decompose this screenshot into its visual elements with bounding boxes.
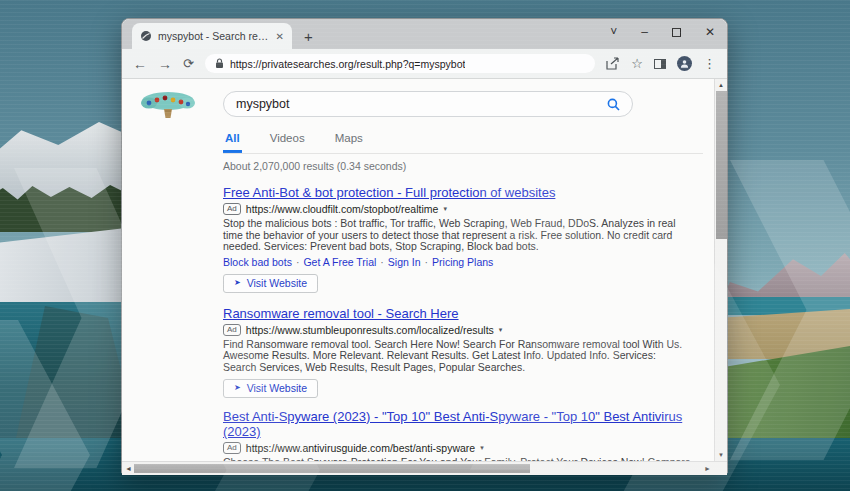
horizontal-scrollbar-thumb[interactable]: [134, 464, 530, 473]
result-description: Find Ransomware removal tool. Search Her…: [223, 339, 691, 374]
wallpaper-water-strip: [718, 297, 850, 315]
result-url: https://www.cloudfilt.com/stopbot/realti…: [246, 203, 439, 215]
tab-close-button[interactable]: ✕: [276, 31, 284, 42]
wallpaper-gold-field: [718, 309, 850, 359]
window-restore-chevron-icon[interactable]: ˅: [610, 26, 617, 38]
vertical-scrollbar-thumb[interactable]: [716, 91, 727, 239]
result-url: https://www.antivirusguide.com/best/anti…: [246, 442, 475, 454]
menu-kebab-icon[interactable]: ⋮: [703, 57, 716, 70]
lock-icon: [215, 58, 224, 69]
sitelinks: Block bad bots·Get A Free Trial·Sign In·…: [223, 256, 691, 268]
page-content: myspybot All Videos Maps About 2,070,000…: [122, 79, 727, 461]
result-title-link[interactable]: Ransomware removal tool - Search Here: [223, 306, 459, 321]
new-tab-button[interactable]: +: [304, 29, 313, 44]
sitelink-separator: ·: [380, 256, 384, 268]
results-page: myspybot All Videos Maps About 2,070,000…: [122, 79, 727, 461]
watermark-chevron: [730, 160, 850, 460]
ad-badge: Ad: [223, 324, 241, 336]
ad-badge: Ad: [223, 203, 241, 215]
wallpaper-green-field: [718, 346, 850, 446]
result-title-link[interactable]: Best Anti-Spyware (2023) - "Top 10" Best…: [223, 409, 691, 439]
browser-window: myspybot - Search results ✕ + ˅ – ✕ ← → …: [121, 18, 728, 474]
bookmark-star-icon[interactable]: ☆: [631, 57, 643, 70]
search-input[interactable]: myspybot: [223, 91, 633, 117]
search-nav-tabs: All Videos Maps: [223, 132, 691, 153]
sitelink-separator: ·: [425, 256, 429, 268]
window-controls: ˅ – ✕: [610, 26, 715, 38]
desktop: myspybot - Search results ✕ + ˅ – ✕ ← → …: [0, 0, 850, 491]
result-title-link[interactable]: Free Anti-Bot & bot protection - Full pr…: [223, 185, 555, 200]
visit-website-button[interactable]: ➤ Visit Website: [223, 379, 318, 398]
visit-arrow-icon: ➤: [234, 384, 241, 392]
wallpaper-mountain-right: [716, 248, 850, 310]
result-url-line: Ad https://www.cloudfilt.com/stopbot/rea…: [223, 203, 691, 215]
search-result: Best Anti-Spyware (2023) - "Top 10" Best…: [223, 409, 691, 461]
scroll-down-icon[interactable]: ▼: [715, 452, 727, 458]
search-engine-logo[interactable]: [137, 89, 199, 125]
result-url: https://www.stumbleuponresults.com/local…: [246, 324, 494, 336]
sitelink-separator: ·: [296, 256, 300, 268]
globe-favicon: [140, 30, 152, 42]
browser-tab[interactable]: myspybot - Search results ✕: [132, 23, 292, 49]
tab-maps[interactable]: Maps: [333, 132, 365, 153]
side-panel-icon[interactable]: [654, 59, 666, 69]
sitelink[interactable]: Pricing Plans: [432, 256, 493, 268]
result-url-line: Ad https://www.stumbleuponresults.com/lo…: [223, 324, 691, 336]
share-icon[interactable]: [606, 57, 620, 70]
visit-website-label: Visit Website: [247, 277, 307, 289]
profile-avatar[interactable]: [677, 56, 692, 71]
url-text: https://privatesearches.org/result.php?q…: [230, 58, 466, 70]
visit-website-label: Visit Website: [247, 382, 307, 394]
search-result: Free Anti-Bot & bot protection - Full pr…: [223, 183, 691, 293]
result-stats: About 2,070,000 results (0.34 seconds): [223, 160, 691, 172]
scroll-up-icon[interactable]: ▲: [715, 82, 727, 88]
scroll-right-icon[interactable]: ►: [704, 465, 711, 472]
minimize-button[interactable]: –: [641, 26, 648, 38]
close-window-button[interactable]: ✕: [705, 26, 715, 38]
scroll-left-icon[interactable]: ◄: [125, 465, 132, 472]
watermark-chevron: [0, 320, 90, 491]
tabs-divider: [223, 153, 703, 154]
visit-arrow-icon: ➤: [234, 279, 241, 287]
visit-website-button[interactable]: ➤ Visit Website: [223, 274, 318, 293]
search-query-text: myspybot: [236, 97, 607, 111]
sitelink[interactable]: Get A Free Trial: [303, 256, 376, 268]
result-url-line: Ad https://www.antivirusguide.com/best/a…: [223, 442, 691, 454]
sitelink[interactable]: Block bad bots: [223, 256, 292, 268]
tab-title: myspybot - Search results: [158, 30, 270, 42]
browser-toolbar: ← → ⟳ https://privatesearches.org/result…: [122, 49, 727, 79]
results-list: Free Anti-Bot & bot protection - Full pr…: [223, 183, 691, 461]
address-bar[interactable]: https://privatesearches.org/result.php?q…: [205, 54, 595, 73]
search-icon[interactable]: [607, 98, 620, 111]
dropdown-caret-icon[interactable]: ▾: [480, 444, 484, 452]
person-icon: [680, 59, 689, 68]
result-description: Stop the malicious bots : Bot traffic, T…: [223, 218, 691, 253]
ad-badge: Ad: [223, 442, 241, 454]
search-result: Ransomware removal tool - Search Here Ad…: [223, 304, 691, 399]
tab-videos[interactable]: Videos: [268, 132, 307, 153]
sitelink[interactable]: Sign In: [388, 256, 421, 268]
vertical-scrollbar[interactable]: ▲ ▼: [714, 79, 727, 461]
maximize-button[interactable]: [672, 28, 681, 37]
back-button[interactable]: ←: [133, 57, 147, 71]
dropdown-caret-icon[interactable]: ▾: [499, 326, 503, 334]
tab-strip: myspybot - Search results ✕ + ˅ – ✕: [122, 19, 727, 49]
horizontal-scrollbar[interactable]: ◄ ►: [122, 461, 727, 475]
reload-button[interactable]: ⟳: [183, 57, 194, 71]
tab-all[interactable]: All: [223, 132, 242, 153]
dropdown-caret-icon[interactable]: ▾: [443, 205, 447, 213]
forward-button[interactable]: →: [158, 57, 172, 71]
